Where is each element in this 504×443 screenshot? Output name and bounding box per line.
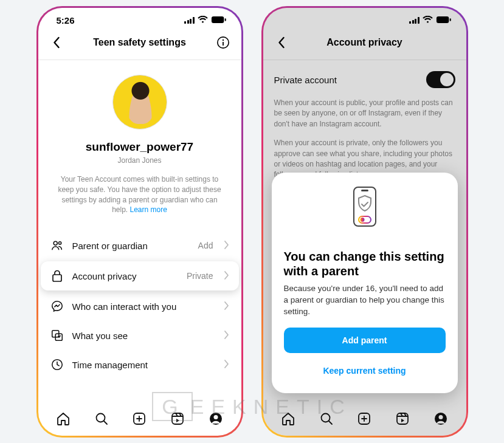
tab-home[interactable]: [55, 411, 71, 427]
tab-profile[interactable]: [208, 411, 224, 427]
keep-setting-button[interactable]: Keep current setting: [284, 358, 446, 383]
clock-icon: [50, 358, 64, 371]
wifi-icon: [198, 15, 208, 26]
svg-rect-0: [211, 16, 223, 23]
row-label: Who can interact with you: [72, 301, 216, 312]
chevron-right-icon: [224, 360, 229, 370]
avatar: [112, 75, 167, 129]
modal-title: You can change this setting with a paren…: [284, 249, 446, 278]
svg-rect-7: [53, 275, 61, 281]
chevron-right-icon: [224, 301, 229, 312]
row-label: What you see: [72, 331, 216, 341]
tab-reels[interactable]: [170, 411, 185, 427]
tab-bar: [38, 402, 241, 436]
back-button[interactable]: [48, 34, 65, 51]
add-parent-button[interactable]: Add parent: [284, 328, 446, 353]
svg-point-15: [214, 415, 218, 419]
page-title: Teen safety settings: [65, 37, 215, 48]
row-parent-guardian[interactable]: Parent or guardian Add: [38, 231, 241, 260]
username: sunflower_power77: [50, 140, 229, 154]
row-what-you-see[interactable]: What you see: [38, 321, 241, 350]
settings-list: Parent or guardian Add Account privacy P…: [38, 220, 241, 379]
status-time: 5:26: [57, 15, 75, 26]
svg-rect-23: [354, 187, 376, 226]
cellular-icon: [184, 17, 195, 24]
modal-body: Because you're under 16, you'll need to …: [284, 283, 446, 318]
svg-rect-24: [361, 190, 368, 191]
row-label: Account privacy: [72, 271, 178, 281]
messenger-icon: [50, 300, 64, 313]
profile-section: sunflower_power77 Jordan Jones Your Teen…: [38, 60, 241, 220]
phone-left: 5:26 Teen safety settings: [36, 6, 243, 438]
row-label: Time management: [72, 360, 216, 370]
svg-rect-1: [224, 18, 226, 21]
tab-create[interactable]: [131, 411, 147, 427]
row-account-privacy[interactable]: Account privacy Private: [41, 261, 239, 290]
chevron-right-icon: [224, 241, 229, 251]
tab-search[interactable]: [94, 411, 109, 427]
realname: Jordan Jones: [50, 156, 229, 165]
svg-point-6: [58, 242, 61, 244]
phone-right: Account privacy Private account When you…: [261, 6, 468, 438]
chevron-right-icon: [224, 271, 229, 281]
chevron-right-icon: [224, 331, 229, 341]
battery-icon: [211, 15, 227, 26]
row-time-management[interactable]: Time management: [38, 350, 241, 379]
row-label: Parent or guardian: [72, 241, 190, 251]
row-meta: Private: [187, 271, 213, 281]
status-bar: 5:26: [38, 8, 241, 28]
parent-required-modal: You can change this setting with a paren…: [272, 173, 458, 393]
media-overlap-icon: [50, 329, 64, 342]
row-meta: Add: [198, 241, 213, 250]
svg-point-26: [360, 218, 364, 222]
learn-more-link[interactable]: Learn more: [129, 205, 167, 214]
lock-icon: [50, 269, 64, 283]
header: Teen safety settings: [38, 28, 241, 60]
profile-description: Your Teen Account comes with built-in se…: [50, 174, 229, 215]
info-button[interactable]: [215, 34, 232, 51]
modal-illustration: [284, 185, 446, 239]
svg-point-5: [54, 241, 57, 245]
svg-rect-13: [172, 413, 183, 424]
people-icon: [50, 239, 64, 252]
svg-point-3: [222, 39, 223, 41]
svg-rect-4: [223, 42, 224, 46]
row-who-interact[interactable]: Who can interact with you: [38, 292, 241, 321]
